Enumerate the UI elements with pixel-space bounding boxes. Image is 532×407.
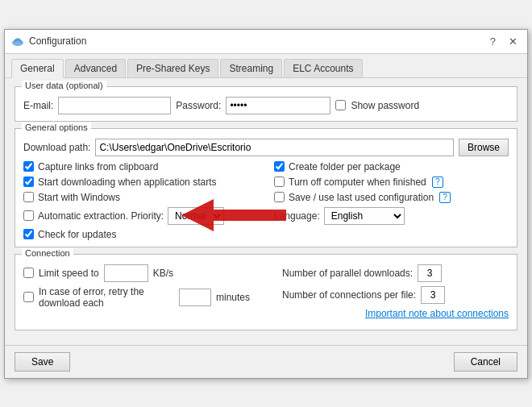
left-checkboxes: Capture links from clipboard Start downl… bbox=[23, 161, 258, 240]
connections-label: Number of connections per file: bbox=[282, 289, 416, 301]
footer: Save Cancel bbox=[5, 345, 527, 378]
start-downloading-checkbox[interactable] bbox=[23, 177, 34, 187]
capture-links-label: Capture links from clipboard bbox=[38, 161, 158, 172]
important-note-link[interactable]: Important note about connections bbox=[365, 308, 509, 319]
turn-off-label: Turn off computer when finished bbox=[289, 177, 426, 188]
show-password-checkbox[interactable] bbox=[335, 100, 346, 110]
tab-elc-accounts[interactable]: ELC Accounts bbox=[284, 59, 362, 77]
tab-advanced[interactable]: Advanced bbox=[65, 59, 126, 77]
check-updates-checkbox[interactable] bbox=[23, 229, 34, 239]
cancel-button[interactable]: Cancel bbox=[454, 352, 517, 372]
parallel-label: Number of parallel downloads: bbox=[282, 268, 413, 279]
save-config-help-icon[interactable]: ? bbox=[439, 192, 451, 203]
password-input[interactable] bbox=[226, 97, 330, 114]
download-path-input[interactable] bbox=[95, 139, 454, 156]
parallel-input[interactable] bbox=[418, 264, 442, 282]
speed-unit: KB/s bbox=[153, 268, 173, 279]
connection-title: Connection bbox=[22, 248, 73, 258]
save-config-label: Save / use last used configuration bbox=[289, 192, 434, 203]
create-folder-label: Create folder per package bbox=[289, 161, 401, 172]
general-options-title: General options bbox=[22, 123, 91, 132]
app-icon bbox=[11, 35, 24, 48]
limit-speed-label: Limit speed to bbox=[39, 268, 99, 279]
tab-streaming[interactable]: Streaming bbox=[220, 59, 282, 77]
start-with-windows-label: Start with Windows bbox=[38, 192, 120, 203]
retry-label: In case of error, retry the download eac… bbox=[39, 286, 174, 309]
auto-extraction-checkbox[interactable] bbox=[23, 210, 34, 221]
password-label: Password: bbox=[176, 100, 221, 111]
save-button[interactable]: Save bbox=[15, 352, 70, 372]
language-label: Language: bbox=[274, 210, 320, 222]
connection-section: Connection Limit speed to KB/s bbox=[15, 254, 517, 330]
tab-pre-shared-keys[interactable]: Pre-Shared Keys bbox=[127, 59, 218, 77]
language-select[interactable]: English Spanish French bbox=[324, 207, 405, 225]
start-with-windows-checkbox[interactable] bbox=[23, 192, 34, 202]
turn-off-checkbox[interactable] bbox=[274, 177, 285, 187]
priority-select[interactable]: Normal High Low bbox=[168, 207, 224, 225]
check-updates-label: Check for updates bbox=[38, 229, 116, 240]
turn-off-help-icon[interactable]: ? bbox=[432, 177, 443, 188]
connections-input[interactable] bbox=[421, 286, 445, 304]
speed-input[interactable] bbox=[104, 264, 148, 282]
start-downloading-label: Start downloading when application start… bbox=[38, 177, 216, 188]
help-button[interactable]: ? bbox=[487, 35, 499, 48]
auto-extraction-label: Automatic extraction. Priority: bbox=[38, 210, 164, 222]
capture-links-checkbox[interactable] bbox=[23, 161, 34, 172]
general-options-section: General options Download path: Browse bbox=[15, 128, 517, 247]
show-password-label: Show password bbox=[351, 100, 419, 111]
email-input[interactable] bbox=[58, 97, 171, 114]
right-checkboxes: Create folder per package Turn off compu… bbox=[274, 161, 509, 240]
tab-bar: General Advanced Pre-Shared Keys Streami… bbox=[5, 54, 527, 78]
email-label: E-mail: bbox=[23, 100, 53, 111]
user-data-title: User data (optional) bbox=[22, 81, 106, 90]
save-config-checkbox[interactable] bbox=[274, 192, 285, 202]
retry-input[interactable] bbox=[179, 289, 211, 306]
retry-checkbox[interactable] bbox=[23, 292, 34, 302]
close-button[interactable]: ✕ bbox=[505, 35, 521, 48]
create-folder-checkbox[interactable] bbox=[274, 161, 285, 172]
user-data-section: User data (optional) E-mail: Password: S… bbox=[15, 86, 517, 122]
download-path-label: Download path: bbox=[23, 142, 90, 153]
tab-general[interactable]: General bbox=[11, 59, 64, 78]
retry-unit: minutes bbox=[216, 292, 250, 303]
browse-button[interactable]: Browse bbox=[459, 139, 509, 156]
window-title: Configuration bbox=[29, 35, 86, 47]
limit-speed-checkbox[interactable] bbox=[23, 268, 34, 278]
